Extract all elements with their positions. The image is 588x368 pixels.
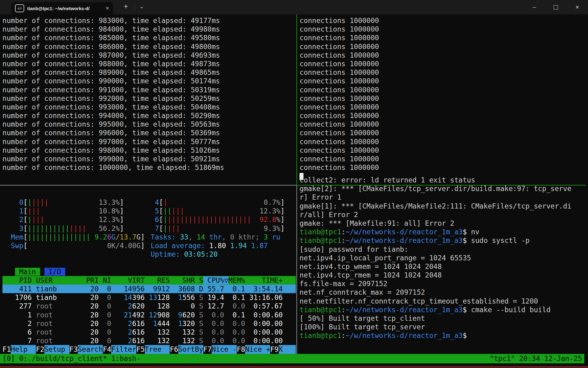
tab-title: tianb@tpc1: ~/w/networks-d/	[27, 6, 102, 11]
fkey-tree[interactable]: F5Tree	[136, 345, 170, 354]
pane-border-vertical[interactable]	[296, 186, 297, 354]
fkey-nice[interactable]: F8Nice +	[237, 345, 270, 354]
meter-label: 0	[2, 198, 23, 207]
terminal-tab[interactable]: c:\ tianb@tpc1: ~/w/networks-d/ ✕	[11, 2, 113, 14]
shell-line: tianb@tpc1:~/w/networks-d/reactor_1m_a3$…	[300, 228, 586, 236]
server-output-line: connections 1000000	[300, 51, 586, 59]
meter-label: 2	[2, 215, 23, 224]
server-output-line: connections 1000000	[300, 111, 586, 120]
server-output-line: connections 1000000	[300, 163, 586, 172]
shell-line: tianb@tpc1:~/w/networks-d/reactor_1m_a3$…	[300, 305, 586, 314]
meter-bars: |||||||||||||||||||||	[163, 216, 251, 224]
tmux-status-bar: [0] 0:./build/tcp_client* 1:bash- "tpc1"…	[0, 354, 584, 363]
htop-tab-io[interactable]: I/O	[44, 268, 65, 276]
meter-label: 4	[151, 198, 159, 207]
client-output-line: number of connections: 995000, time elap…	[2, 120, 293, 128]
fkey-search[interactable]: F3Search	[70, 345, 103, 354]
fkey-k[interactable]: F9K	[270, 345, 296, 354]
client-output-line: number of connections: 994000, time elap…	[2, 111, 293, 120]
shell-line: net.nf_conntrack_max = 2097152	[300, 288, 586, 297]
meter-value: 0K/4.00G	[107, 241, 141, 250]
meter-bars: |	[163, 198, 168, 206]
shell-line: r] Error 1	[300, 193, 586, 201]
meter-label: 3	[2, 224, 23, 233]
pane-border-horizontal[interactable]	[0, 185, 296, 186]
fkey-help[interactable]: F1Help	[2, 345, 36, 354]
close-button[interactable]: ✕	[568, 0, 586, 14]
meter-0: 0[|||||13.3%]	[2, 198, 124, 207]
process-row-6[interactable]: 6 root 20 0 2616 132 132 S 0.0 0.0 0:00.…	[2, 328, 296, 336]
meter-bars: ||||	[28, 216, 44, 224]
shell-line: [ 50%] Built target tcp_client	[300, 314, 586, 323]
server-output-line: connections 1000000	[300, 128, 586, 137]
shell-line: gmake[1]: *** [CMakeFiles/Makefile2:111:…	[300, 202, 586, 210]
server-output-line: connections 1000000	[300, 120, 586, 128]
shell-line: r/all] Error 2	[300, 210, 586, 219]
client-output-line: number of connections: 1000000, time ela…	[2, 163, 293, 172]
fkey-setup[interactable]: F2Setup	[36, 345, 69, 354]
pane-tcp-server-output[interactable]: connections 1000000connections 1000000co…	[300, 16, 586, 181]
htop-function-key-bar: F1Help F2Setup F3SearchF4FilterF5Tree F6…	[2, 345, 296, 354]
server-output-line: connections 1000000	[300, 86, 586, 94]
server-output-line: connections 1000000	[300, 137, 586, 146]
process-row-1706[interactable]: 1706 tianb 20 0 14396 13128 1556 S 19.4 …	[2, 293, 296, 302]
meter-bars: |||	[28, 207, 40, 215]
meter-mem: Mem[|||||||||||||||9.26G/13.7G]	[2, 233, 145, 241]
tab-bar-divider	[135, 4, 135, 10]
new-tab-button[interactable]: +	[124, 3, 128, 10]
shell-line: gmake[2]: *** [CMakeFiles/tcp_server.dir…	[300, 184, 586, 193]
meter-value: 92.8%	[259, 215, 280, 224]
window-bottom-edge	[0, 366, 588, 368]
sort-column-header[interactable]: CPU%▽	[203, 276, 228, 284]
server-output-line: connections 1000000	[300, 94, 586, 103]
meter-cpu6: 6[|||||||||||||||||||||92.8%]	[151, 215, 285, 224]
meter-label: 1	[2, 207, 23, 215]
meter-cpu4: 4[|0.7%]	[151, 198, 285, 207]
meter-2: 2[||||12.3%]	[2, 215, 124, 224]
process-row-2[interactable]: 2 root 20 0 2616 1444 1320 S 0.0 0.0 0:0…	[2, 319, 296, 328]
tab-dropdown-icon[interactable]: ⌄	[139, 3, 144, 10]
meter-bars: ||||||||||||||	[28, 224, 86, 232]
tab-close-icon[interactable]: ✕	[105, 6, 109, 11]
meter-value: 12.3%	[99, 215, 119, 224]
server-output-line: connections 1000000	[300, 68, 586, 77]
shell-line: net.netfilter.nf_conntrack_tcp_timeout_e…	[300, 297, 586, 305]
meter-cpu5: 5[|||||12.3%]	[151, 207, 285, 215]
meter-value: 10.8%	[99, 207, 119, 215]
shell-line: net.ipv4.tcp_wmem = 1024 1024 2048	[300, 262, 586, 271]
server-output-line: connections 1000000	[300, 103, 586, 111]
minimize-button[interactable]: ─	[526, 0, 543, 14]
meter-label: Mem	[2, 233, 23, 241]
title-bar: c:\ tianb@tpc1: ~/w/networks-d/ ✕ + ⌄ ─ …	[0, 0, 588, 14]
process-row-277[interactable]: 277 root 20 0 2620 128 0 S 12.7 0.0 0:57…	[2, 302, 296, 310]
client-output-line: number of connections: 985000, time elap…	[2, 33, 293, 42]
server-output-line: connections 1000000	[300, 59, 586, 68]
server-output-line: connections 1000000	[300, 42, 586, 51]
fkey-sortby[interactable]: F6SortBy	[170, 345, 203, 354]
meter-label: 7	[151, 224, 159, 233]
process-table-header[interactable]: PID USER PRI NI VIRT RES SHR S CPU%▽MEM%…	[2, 276, 296, 285]
terminal-content: number of connections: 983000, time elap…	[0, 14, 588, 368]
pane-tcp-client-output[interactable]: number of connections: 983000, time elap…	[2, 16, 293, 172]
client-output-line: number of connections: 986000, time elap…	[2, 42, 293, 51]
server-output-line: connections 1000000	[300, 16, 586, 25]
fkey-filter[interactable]: F4Filter	[103, 345, 136, 354]
pane-shell-output[interactable]: collect2: error: ld returned 1 exit stat…	[300, 176, 586, 340]
htop-tab-main[interactable]: Main	[15, 268, 40, 276]
server-output-line: connections 1000000	[300, 77, 586, 85]
load-average: Load average: 1.80 1.94 1.87	[151, 241, 268, 250]
meter-value: 9.3%	[264, 224, 281, 233]
meter-3: 3[||||||||||||||56.2%]	[2, 224, 124, 233]
maximize-button[interactable]	[547, 0, 565, 14]
pane-border-vertical-active[interactable]	[296, 14, 297, 186]
process-row-1[interactable]: 1 root 20 0 21492 12908 9620 S 0.0 0.1 0…	[2, 311, 296, 319]
process-row-7[interactable]: 7 root 20 0 2616 132 132 S 0.0 0.0 0:00.…	[2, 336, 296, 345]
uptime: Uptime: 03:05:20	[151, 250, 218, 259]
shell-line: fs.file-max = 2097152	[300, 279, 586, 288]
process-row-411[interactable]: 411 tianb 20 0 14956 9912 3608 D 55.7 0.…	[2, 285, 296, 293]
client-output-line: number of connections: 987000, time elap…	[2, 51, 293, 59]
meter-value: 0.7%	[264, 198, 281, 207]
terminal-window: c:\ tianb@tpc1: ~/w/networks-d/ ✕ + ⌄ ─ …	[0, 0, 588, 368]
tmux-session-windows[interactable]: [0] 0:./build/tcp_client* 1:bash-	[2, 354, 141, 363]
fkey-nice[interactable]: F7Nice -	[203, 345, 237, 354]
